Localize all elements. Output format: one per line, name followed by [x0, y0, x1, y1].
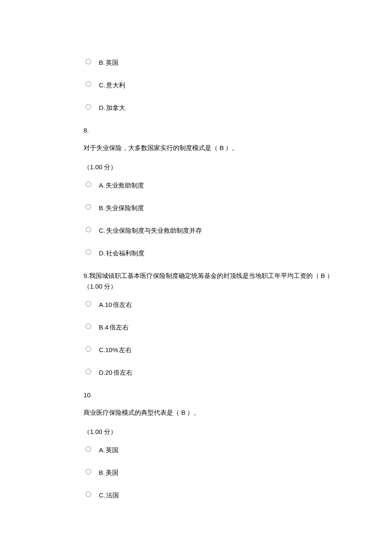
radio-button[interactable]: [86, 369, 91, 374]
option-letter: C.: [99, 345, 105, 354]
radio-button[interactable]: [86, 301, 91, 306]
option-text: 加拿大: [106, 103, 125, 112]
option-text-b: 左右: [119, 345, 132, 354]
question-score: （1.00 分）: [84, 282, 341, 291]
option-text: 英国: [106, 58, 118, 67]
option-letter: A.: [99, 181, 105, 190]
radio-button[interactable]: [86, 469, 91, 474]
option-row: C. 法国: [84, 491, 341, 500]
option-letter: C.: [99, 81, 105, 90]
option-row: B. 美国: [84, 468, 341, 477]
radio-button[interactable]: [86, 346, 91, 352]
option-row: C. 失业保险制度与失业救助制度并存: [84, 226, 341, 235]
option-row: B. 4 倍左右: [84, 323, 341, 332]
option-letter: D.: [99, 249, 105, 257]
radio-button[interactable]: [86, 104, 91, 110]
option-text-b: 倍左右: [113, 300, 132, 309]
question-text: 我国城镇职工基本医疗保险制度确定统筹基金的封顶线是当地职工年平均工资的（ B ）: [89, 272, 333, 279]
option-row: D. 社会福利制度: [84, 249, 341, 257]
question-number: 10.: [84, 390, 341, 399]
option-text-a: 20: [105, 368, 112, 377]
option-letter: D.: [99, 368, 105, 377]
question-line: 9.我国城镇职工基本医疗保险制度确定统筹基金的封顶线是当地职工年平均工资的（ B…: [84, 271, 341, 280]
option-text: 失业保险制度与失业救助制度并存: [106, 226, 202, 235]
option-letter: A.: [99, 300, 105, 309]
radio-button[interactable]: [86, 446, 91, 452]
option-letter: B.: [99, 468, 105, 477]
question-score: （1.00 分）: [84, 427, 341, 436]
question-text: 对于失业保险，大多数国家实行的制度模式是（ B ）。: [84, 143, 341, 152]
option-row: D. 20 倍左右: [84, 368, 341, 377]
option-row: B. 英国: [84, 58, 341, 67]
question-number: 8.: [84, 126, 341, 135]
option-row: A. 10 倍左右: [84, 300, 341, 309]
option-text-b: 倍左右: [113, 368, 133, 377]
radio-button[interactable]: [86, 491, 91, 497]
page-container: B. 英国 C. 意大利 D. 加拿大 8. 对于失业保险，大多数国家实行的制度…: [0, 0, 392, 555]
option-text-a: 10: [105, 300, 112, 309]
radio-button[interactable]: [86, 81, 91, 87]
option-letter: A.: [99, 445, 105, 454]
question-score: （1.00 分）: [84, 162, 341, 171]
option-text-a: 4: [105, 323, 108, 332]
option-text-b: 倍左右: [110, 323, 129, 332]
radio-button[interactable]: [86, 59, 91, 64]
option-text: 意大利: [106, 81, 125, 90]
option-letter: B.: [99, 323, 105, 332]
option-letter: B.: [99, 58, 105, 67]
option-letter: D.: [99, 103, 105, 112]
option-row: B. 失业保险制度: [84, 203, 341, 212]
radio-button[interactable]: [86, 249, 91, 255]
option-letter: C.: [99, 491, 105, 500]
option-row: C. 意大利: [84, 81, 341, 90]
option-row: D. 加拿大: [84, 103, 341, 112]
question-number: 9.: [84, 272, 89, 279]
option-row: C. 10%左右: [84, 345, 341, 354]
option-text-a: 10%: [105, 345, 118, 354]
radio-button[interactable]: [86, 324, 91, 329]
radio-button[interactable]: [86, 204, 91, 210]
option-text: 美国: [106, 468, 118, 477]
option-row: A. 失业救助制度: [84, 181, 341, 190]
content-area: B. 英国 C. 意大利 D. 加拿大 8. 对于失业保险，大多数国家实行的制度…: [84, 58, 341, 500]
option-text: 失业救助制度: [106, 181, 144, 190]
radio-button[interactable]: [86, 227, 91, 232]
option-row: A. 英国: [84, 445, 341, 454]
option-text: 失业保险制度: [106, 203, 144, 212]
radio-button[interactable]: [86, 182, 91, 187]
option-letter: C.: [99, 226, 105, 235]
option-letter: B.: [99, 203, 105, 212]
option-text: 英国: [106, 445, 118, 454]
question-text: 商业医疗保险模式的典型代表是（ B ）。: [84, 408, 341, 417]
option-text: 社会福利制度: [106, 249, 144, 257]
option-text: 法国: [106, 491, 119, 500]
